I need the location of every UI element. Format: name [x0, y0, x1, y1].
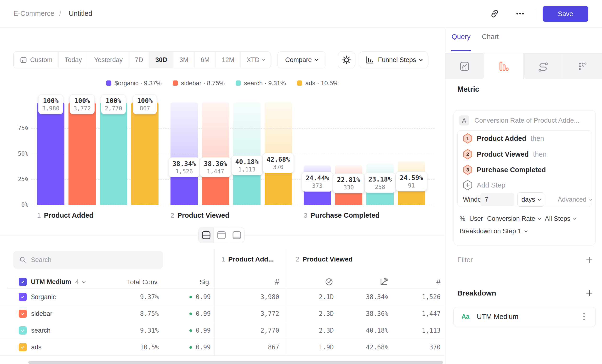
count-icon[interactable]: # — [436, 276, 441, 288]
sig-column-header[interactable]: Sig. — [199, 278, 211, 286]
funnel-bar[interactable] — [100, 103, 127, 205]
add-breakdown-button[interactable] — [584, 288, 594, 298]
tab-query[interactable]: Query — [452, 33, 471, 41]
flows-icon — [538, 61, 549, 72]
step-number-badge: 1 — [463, 133, 473, 144]
breakdown-count: 4 — [75, 278, 79, 286]
funnel-dropoff-bar — [171, 103, 198, 165]
ellipsis-icon — [515, 9, 525, 18]
window-unit-dropdown[interactable]: days — [517, 192, 544, 207]
row-checkbox[interactable] — [19, 293, 27, 301]
cell-total-conv: 10.5% — [140, 339, 159, 356]
step-number-badge: 2 — [463, 149, 473, 160]
value: 3,980 — [260, 293, 279, 300]
metric-badge: A — [459, 115, 469, 126]
tab-flows[interactable] — [524, 54, 563, 79]
cell-step1-count: 867 — [268, 339, 279, 356]
table-bottom-view-button[interactable] — [229, 227, 244, 243]
step-name: Product Viewed — [177, 212, 229, 219]
kebab-menu-button[interactable] — [579, 312, 589, 321]
bar-count-value: 3,980 — [42, 105, 59, 112]
bar-value-label: 42.68%370 — [263, 153, 294, 173]
funnel-bar[interactable] — [37, 103, 64, 205]
total-conv-column-header[interactable]: Total Conv. — [127, 278, 159, 286]
bar-pct-value: 40.18% — [235, 158, 259, 166]
metric-summary-label: Conversion Rate of Product Adde... — [474, 117, 580, 124]
search-input[interactable] — [31, 256, 157, 264]
bar-count-value: 867 — [137, 105, 153, 112]
cell-avg-time: 2.3D — [319, 322, 334, 339]
table-search-box — [13, 251, 163, 269]
value: 0.99 — [196, 310, 211, 317]
chart-top-view-button[interactable] — [214, 227, 229, 243]
advanced-dropdown[interactable]: Advanced — [558, 192, 592, 207]
funnel-step-item[interactable]: 3Purchase Completed — [463, 164, 546, 175]
save-button[interactable]: Save — [543, 6, 588, 22]
row-checkbox[interactable] — [19, 326, 27, 334]
breadcrumb-project[interactable]: E-Commerce — [13, 0, 54, 27]
cell-conv-rate: 42.68% — [366, 339, 388, 356]
funnel-step-item[interactable]: 1Product Addedthen — [463, 133, 544, 144]
conversion-window-row: Window days Advanced — [458, 192, 592, 207]
measure-metric-dropdown[interactable]: Conversion Rate — [487, 215, 541, 223]
table-row[interactable]: ads10.5%0.998671.9D42.68%370 — [0, 339, 445, 356]
add-step-button[interactable]: Add Step — [463, 180, 505, 190]
split-view-button[interactable] — [199, 227, 214, 243]
funnel-step-item[interactable]: 2Product Viewedthen — [463, 149, 547, 160]
chevron-down-icon — [82, 280, 86, 283]
string-type-icon: Aa — [462, 307, 469, 326]
bar-count-value: 370 — [267, 164, 290, 171]
value: 370 — [429, 344, 441, 351]
avg-time-icon[interactable] — [324, 276, 334, 288]
step-event-name: Product Added — [477, 135, 526, 142]
breakdown-on-label: Breakdown on Step 1 — [460, 227, 521, 235]
value: 1,447 — [422, 310, 441, 317]
breakdown-on-step-dropdown[interactable]: Breakdown on Step 1 — [460, 226, 527, 236]
table-row[interactable]: sidebar8.75%0.993,7722.3D38.36%1,447 — [0, 305, 445, 322]
tab-funnels[interactable] — [484, 54, 524, 79]
value: 9.37% — [140, 293, 159, 300]
cell-sig: 0.99 — [189, 322, 211, 339]
add-filter-button[interactable] — [584, 255, 594, 265]
row-checkbox[interactable] — [19, 343, 27, 351]
breakdown-column-header[interactable]: UTM Medium 4 — [19, 277, 85, 287]
select-all-checkbox[interactable] — [19, 278, 27, 286]
funnel-bar[interactable] — [68, 103, 96, 205]
measure-entity-dropdown[interactable]: User — [469, 215, 483, 223]
count-icon[interactable]: # — [275, 276, 279, 288]
breakdown-label: Breakdown — [457, 289, 496, 297]
breadcrumb-page-title[interactable]: Untitled — [69, 0, 92, 27]
cell-step1-count: 3,980 — [260, 289, 279, 305]
row-name: search — [31, 322, 51, 339]
row-checkbox[interactable] — [19, 310, 27, 318]
conv-rate-icon[interactable] — [379, 276, 388, 288]
table-row[interactable]: $organic9.37%0.993,9802.1D38.34%1,526 — [0, 289, 445, 305]
window-value-input[interactable] — [480, 193, 514, 206]
active-tab-underline — [451, 50, 471, 51]
metric-summary-row[interactable]: A Conversion Rate of Product Adde... — [459, 115, 580, 126]
gridline — [31, 205, 435, 205]
more-options-button[interactable] — [513, 6, 527, 21]
tab-insights[interactable] — [445, 54, 484, 79]
share-link-button[interactable] — [488, 6, 502, 21]
value: 2.1D — [319, 293, 334, 300]
horizontal-scrollbar[interactable] — [28, 361, 443, 364]
step-name: Purchase Completed — [311, 212, 379, 219]
bar-pct-value: 100% — [105, 96, 122, 105]
bar-value-label: 38.36%1,447 — [200, 157, 231, 177]
bar-value-label: 24.44%373 — [302, 172, 333, 192]
value: 0.99 — [196, 344, 211, 351]
table-row[interactable]: search9.31%0.992,7702.3D40.18%1,113 — [0, 322, 445, 339]
measure-scope-dropdown[interactable]: All Steps — [545, 215, 576, 223]
funnel-bar[interactable] — [131, 103, 159, 205]
bar-value-label: 100%3,772 — [70, 94, 95, 114]
row-name: sidebar — [31, 305, 53, 322]
bar-count-value: 3,772 — [74, 105, 91, 112]
tab-retention[interactable] — [563, 54, 602, 79]
y-axis-tick: 25% — [7, 176, 28, 182]
breakdown-property-card[interactable]: Aa UTM Medium — [453, 307, 596, 326]
split-view-icon — [201, 231, 211, 240]
tab-chart[interactable]: Chart — [482, 33, 499, 41]
step-number: 1 — [463, 133, 473, 144]
cell-sig: 0.99 — [189, 289, 211, 305]
